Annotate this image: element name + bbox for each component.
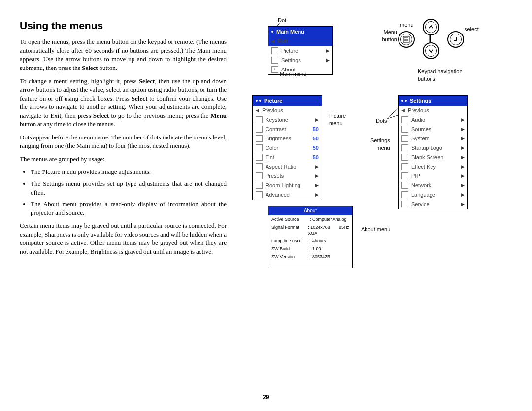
menu-item[interactable]: Room Lighting▶ [253,181,322,190]
label-keypad: Keypad navigationbuttons [418,68,463,83]
para-1: To open the menus, press the menu button… [20,37,227,72]
menu-item[interactable]: Startup Logo▶ [399,143,467,153]
label-select: select [465,26,479,33]
para-2: To change a menu setting, highlight it, … [20,77,227,129]
menu-item[interactable]: System▶ [399,134,467,143]
down-button[interactable] [423,42,439,59]
menu-item[interactable]: Tint50 [253,153,322,162]
menu-item[interactable]: Keystone▶ [253,115,322,125]
para-3: Dots appear before the menu name. The nu… [20,133,227,150]
menu-item[interactable]: Effect Key▶ [399,162,467,171]
menu-item[interactable]: Blank Screen▶ [399,153,467,162]
menu-item[interactable]: PIP▶ [399,171,467,181]
menu-item[interactable]: Sources▶ [399,125,467,134]
about-icon: i [271,66,278,73]
label-picture-menu: Picturemenu [329,112,346,127]
menu-button[interactable] [398,31,415,48]
list-item: The Picture menu provides image adjustme… [31,168,227,176]
label-dots: Dots [376,117,387,125]
menu-item[interactable]: Color50 [253,143,322,153]
picture-icon [271,47,278,54]
menu-item[interactable]: Brightness50 [253,134,322,143]
menu-item[interactable]: Contrast50 [253,125,322,134]
settings-icon [271,57,278,64]
menu-item-exit[interactable]: ◀Exit [268,37,332,46]
bullet-list: The Picture menu provides image adjustme… [20,168,227,217]
main-menu-box: Main Menu ◀Exit Picture▶ Settings▶ iAbou… [268,26,333,75]
menu-item-previous[interactable]: ◀Previous [399,106,467,115]
para-5: Certain menu items may be grayed out unt… [20,221,227,256]
select-button[interactable] [447,31,464,48]
menu-item[interactable]: Service▶ [399,200,467,209]
menu-item[interactable]: Language▶ [399,190,467,200]
label-menu-button: Menubutton [379,29,397,43]
label-main-menu: Main menu [280,70,306,78]
label-settings-menu: Settingsmenu [370,137,390,152]
picture-menu-box: Picture ◀Previous Keystone▶ Contrast50 B… [252,95,322,200]
label-about-menu: About menu [361,226,390,233]
para-4: The menus are grouped by usage: [20,155,227,164]
page-title: Using the menus [20,19,227,33]
menu-item[interactable]: Advanced▶ [253,190,322,200]
up-button[interactable] [423,19,439,35]
menu-item[interactable]: Audio▶ [399,115,467,125]
about-menu-box: About Active Source: Computer Analog Sig… [268,206,353,268]
dot-icon [271,31,273,33]
list-item: The About menu provides a read-only disp… [31,200,227,217]
svg-line-7 [387,108,398,118]
menu-item[interactable]: Network▶ [399,181,467,190]
label-menu: menu [400,21,414,29]
list-item: The Settings menu provides set-up type a… [31,179,227,197]
page-number: 29 [0,393,532,401]
menu-item[interactable]: Presets▶ [253,171,322,181]
menu-item[interactable]: Picture▶ [268,46,332,56]
menu-item-previous[interactable]: ◀Previous [253,106,322,115]
menu-item[interactable]: Settings▶ [268,56,332,65]
settings-menu-box: Settings ◀Previous Audio▶ Sources▶ Syste… [398,95,468,209]
menu-item[interactable]: Aspect Ratio▶ [253,162,322,171]
